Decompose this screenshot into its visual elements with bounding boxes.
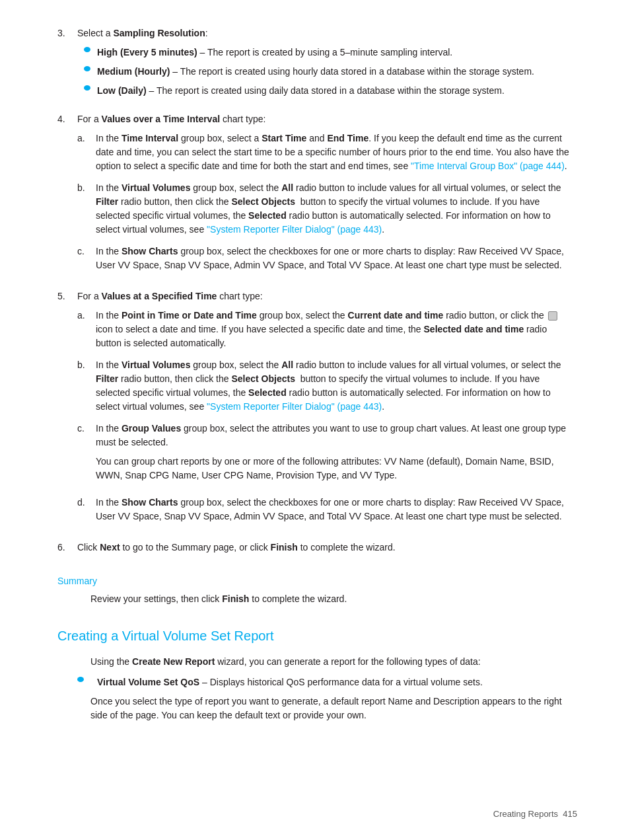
summary-section: Summary Review your settings, then click… xyxy=(57,574,573,606)
content: 3. Select a Sampling Resolution: High (E… xyxy=(57,26,573,722)
creating-heading: Creating a Virtual Volume Set Report xyxy=(57,626,573,646)
bullet-dot-vvset xyxy=(77,677,84,682)
summary-finish-bold: Finish xyxy=(222,593,249,604)
step-3-bold: Sampling Resolution xyxy=(113,28,205,38)
link-filter-dialog-5b[interactable]: "System Reporter Filter Dialog" (page 44… xyxy=(207,401,382,412)
step-5b-label: b. xyxy=(77,358,96,372)
step-4a: a. In the Time Interval group box, selec… xyxy=(77,132,573,173)
creating-closing: Once you select the type of report you w… xyxy=(90,695,573,722)
step-5d: d. In the Show Charts group box, select … xyxy=(77,496,573,523)
step-5c-content: In the Group Values group box, select th… xyxy=(96,422,573,488)
bullet-medium: Medium (Hourly) – The report is created … xyxy=(77,65,573,79)
step-4: 4. For a Values over a Time Interval cha… xyxy=(57,112,573,280)
step-4b-content: In the Virtual Volumes group box, select… xyxy=(96,181,573,237)
step-5a-label: a. xyxy=(77,309,96,323)
bullet-low-text: Low (Daily) – The report is created usin… xyxy=(97,84,505,98)
summary-heading: Summary xyxy=(57,574,573,588)
footer-page-number: 415 xyxy=(563,809,577,819)
bullet-dot-1 xyxy=(84,47,90,52)
step-5-number: 5. xyxy=(57,289,77,531)
step-6-end: to complete the wizard. xyxy=(298,542,396,553)
step-5d-content: In the Show Charts group box, select the… xyxy=(96,496,573,523)
step-6-finish: Finish xyxy=(271,542,298,553)
step-4-alpha: a. In the Time Interval group box, selec… xyxy=(77,132,573,272)
creating-intro: Using the Create New Report wizard, you … xyxy=(90,655,573,669)
step-4-intro: For a xyxy=(77,114,102,124)
step-6: 6. Click Next to go to the Summary page,… xyxy=(57,541,573,554)
calendar-icon xyxy=(548,311,557,321)
step-4-rest: chart type: xyxy=(220,114,265,124)
step-5c-label: c. xyxy=(77,422,96,436)
step-4c-content: In the Show Charts group box, select the… xyxy=(96,245,573,272)
summary-end: to complete the wizard. xyxy=(249,593,347,604)
step-4b: b. In the Virtual Volumes group box, sel… xyxy=(77,181,573,237)
step-4c: c. In the Show Charts group box, select … xyxy=(77,245,573,272)
step-4-number: 4. xyxy=(57,112,77,280)
bullet-dot-3 xyxy=(84,85,90,91)
step-4b-label: b. xyxy=(77,181,96,195)
step-5b-content: In the Virtual Volumes group box, select… xyxy=(96,358,573,414)
link-time-interval[interactable]: "Time Interval Group Box" (page 444) xyxy=(411,161,565,171)
step-5a: a. In the Point in Time or Date and Time… xyxy=(77,309,573,350)
step-6-content: Click Next to go to the Summary page, or… xyxy=(77,541,573,554)
step-3: 3. Select a Sampling Resolution: High (E… xyxy=(57,26,573,103)
footer: Creating Reports 415 xyxy=(493,808,577,821)
step-6-text-before: Click xyxy=(77,542,100,553)
summary-text: Review your settings, then click Finish … xyxy=(90,592,573,606)
creating-bullet-text: Virtual Volume Set QoS – Displays histor… xyxy=(97,675,483,689)
step-3-number: 3. xyxy=(57,26,77,103)
step-3-content: Select a Sampling Resolution: High (Ever… xyxy=(77,26,573,103)
step-5b: b. In the Virtual Volumes group box, sel… xyxy=(77,358,573,414)
step-5-rest: chart type: xyxy=(217,291,262,301)
step-4c-label: c. xyxy=(77,245,96,258)
bullet-dot-2 xyxy=(84,66,90,71)
step-5d-label: d. xyxy=(77,496,96,510)
step-6-next: Next xyxy=(100,542,120,553)
step-6-number: 6. xyxy=(57,541,77,554)
bullet-high-text: High (Every 5 minutes) – The report is c… xyxy=(97,46,452,59)
step-3-colon: : xyxy=(205,28,208,38)
bullet-high: High (Every 5 minutes) – The report is c… xyxy=(77,46,573,59)
step-4a-content: In the Time Interval group box, select a… xyxy=(96,132,573,173)
step-5a-content: In the Point in Time or Date and Time gr… xyxy=(96,309,573,350)
bullet-medium-text: Medium (Hourly) – The report is created … xyxy=(97,65,534,79)
step-5-bold: Values at a Specified Time xyxy=(102,291,217,301)
step-4-content: For a Values over a Time Interval chart … xyxy=(77,112,573,280)
step-6-mid: to go to the Summary page, or click xyxy=(120,542,271,553)
step-4a-label: a. xyxy=(77,132,96,145)
step-5: 5. For a Values at a Specified Time char… xyxy=(57,289,573,531)
step-3-intro: Select a xyxy=(77,28,113,38)
page: 3. Select a Sampling Resolution: High (E… xyxy=(0,0,630,840)
creating-section: Creating a Virtual Volume Set Report Usi… xyxy=(57,626,573,722)
step-5-alpha: a. In the Point in Time or Date and Time… xyxy=(77,309,573,523)
link-filter-dialog-4b[interactable]: "System Reporter Filter Dialog" (page 44… xyxy=(207,224,382,235)
step-4-bold: Values over a Time Interval xyxy=(102,114,221,124)
step-5c: c. In the Group Values group box, select… xyxy=(77,422,573,488)
footer-text: Creating Reports xyxy=(493,809,558,819)
step-5-intro: For a xyxy=(77,291,102,301)
bullet-low: Low (Daily) – The report is created usin… xyxy=(77,84,573,98)
summary-before: Review your settings, then click xyxy=(90,593,222,604)
step-3-bullets: High (Every 5 minutes) – The report is c… xyxy=(77,46,573,98)
step-5-content: For a Values at a Specified Time chart t… xyxy=(77,289,573,531)
creating-bullet: Virtual Volume Set QoS – Displays histor… xyxy=(77,675,573,689)
